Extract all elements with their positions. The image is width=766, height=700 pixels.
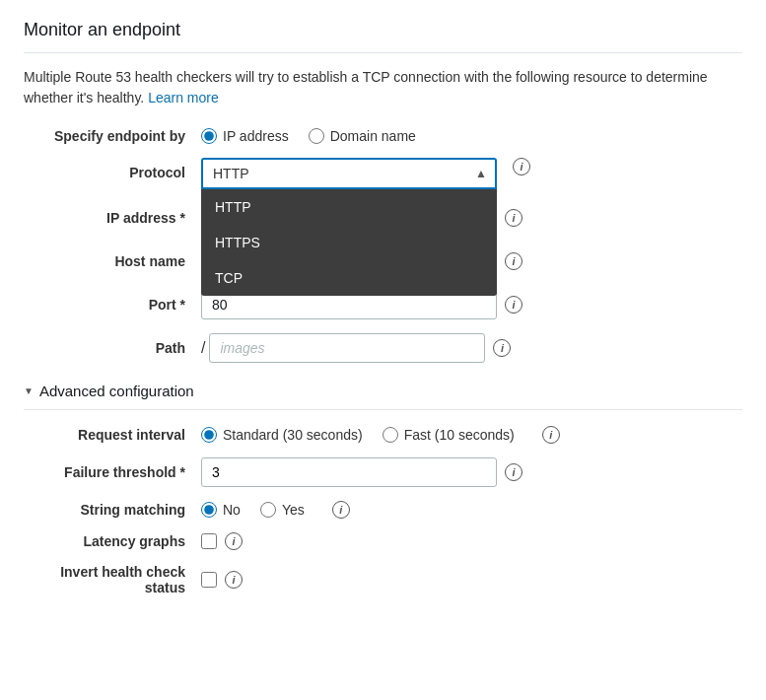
request-interval-row: Request interval Standard (30 seconds) F…: [24, 426, 742, 444]
protocol-dropdown-wrapper: HTTP HTTPS TCP HTTP ▲ HTTP HTTPS TCP: [201, 158, 497, 189]
advanced-divider: [24, 409, 742, 410]
specify-endpoint-radio-group: IP address Domain name: [201, 128, 416, 144]
ip-address-info-icon[interactable]: i: [505, 209, 522, 227]
string-matching-row: String matching No Yes i: [24, 501, 742, 519]
path-controls: /: [201, 333, 485, 363]
protocol-option-http[interactable]: HTTP: [201, 189, 497, 225]
page-title: Monitor an endpoint: [24, 20, 742, 40]
protocol-info-icon[interactable]: i: [513, 158, 530, 175]
protocol-label: Protocol: [24, 158, 201, 180]
path-label: Path: [24, 340, 201, 356]
radio-ip-address-input[interactable]: [201, 128, 217, 144]
radio-ip-address[interactable]: IP address: [201, 128, 289, 144]
advanced-header-label: Advanced configuration: [39, 383, 194, 399]
request-interval-label: Request interval: [24, 427, 201, 443]
radio-no-label: No: [223, 502, 241, 518]
failure-threshold-info-icon[interactable]: i: [505, 463, 522, 481]
path-row: Path / i: [24, 333, 742, 363]
host-name-info-icon[interactable]: i: [505, 252, 522, 270]
title-divider: [24, 52, 742, 53]
specify-endpoint-row: Specify endpoint by IP address Domain na…: [24, 128, 742, 144]
protocol-option-tcp[interactable]: TCP: [201, 260, 497, 296]
radio-standard-label: Standard (30 seconds): [223, 427, 363, 443]
radio-domain-name-label: Domain name: [330, 128, 416, 144]
radio-ip-address-label: IP address: [223, 128, 289, 144]
protocol-option-https[interactable]: HTTPS: [201, 225, 497, 260]
request-interval-info-icon[interactable]: i: [542, 426, 560, 444]
radio-standard[interactable]: Standard (30 seconds): [201, 427, 363, 443]
radio-yes-input[interactable]: [260, 502, 276, 518]
latency-graphs-label: Latency graphs: [24, 533, 201, 549]
specify-endpoint-label: Specify endpoint by: [24, 128, 201, 144]
host-name-label: Host name: [24, 253, 201, 269]
advanced-toggle-icon: ▼: [24, 385, 34, 396]
failure-threshold-row: Failure threshold * i: [24, 457, 742, 487]
page-description: Multiple Route 53 health checkers will t…: [24, 67, 742, 108]
invert-health-check-info-icon[interactable]: i: [225, 571, 243, 589]
latency-graphs-row: Latency graphs i: [24, 532, 742, 550]
endpoint-form: Specify endpoint by IP address Domain na…: [24, 128, 742, 363]
radio-domain-name[interactable]: Domain name: [309, 128, 416, 144]
invert-health-check-checkbox[interactable]: [201, 572, 217, 588]
request-interval-radio-group: Standard (30 seconds) Fast (10 seconds) …: [201, 426, 560, 444]
path-info-icon[interactable]: i: [493, 339, 511, 357]
latency-graphs-checkbox[interactable]: [201, 533, 217, 549]
dropdown-arrow-icon: ▲: [475, 167, 487, 180]
invert-health-check-row: Invert health check status i: [24, 564, 742, 595]
radio-fast-input[interactable]: [383, 427, 398, 443]
radio-standard-input[interactable]: [201, 427, 217, 443]
advanced-header[interactable]: ▼ Advanced configuration: [24, 383, 742, 399]
failure-threshold-input[interactable]: [201, 457, 497, 487]
radio-yes-label: Yes: [282, 502, 305, 518]
radio-fast[interactable]: Fast (10 seconds): [383, 427, 515, 443]
path-slash: /: [201, 339, 205, 357]
string-matching-radio-group: No Yes i: [201, 501, 350, 519]
protocol-dropdown-menu: HTTP HTTPS TCP: [201, 189, 497, 296]
protocol-dropdown-face[interactable]: HTTP ▲: [201, 158, 497, 189]
string-matching-label: String matching: [24, 502, 201, 518]
invert-health-check-label: Invert health check status: [24, 564, 201, 595]
failure-threshold-label: Failure threshold *: [24, 464, 201, 480]
radio-fast-label: Fast (10 seconds): [404, 427, 515, 443]
radio-domain-name-input[interactable]: [309, 128, 324, 144]
protocol-row: Protocol HTTP HTTPS TCP HTTP ▲ HTTP HTTP…: [24, 158, 742, 189]
path-input[interactable]: [209, 333, 485, 363]
port-info-icon[interactable]: i: [505, 296, 522, 314]
radio-no[interactable]: No: [201, 502, 241, 518]
learn-more-link[interactable]: Learn more: [148, 90, 219, 105]
advanced-section: ▼ Advanced configuration Request interva…: [24, 383, 742, 595]
port-label: Port *: [24, 297, 201, 313]
string-matching-info-icon[interactable]: i: [332, 501, 350, 519]
ip-address-label: IP address *: [24, 210, 201, 226]
radio-yes[interactable]: Yes: [260, 502, 305, 518]
latency-graphs-info-icon[interactable]: i: [225, 532, 243, 550]
radio-no-input[interactable]: [201, 502, 217, 518]
